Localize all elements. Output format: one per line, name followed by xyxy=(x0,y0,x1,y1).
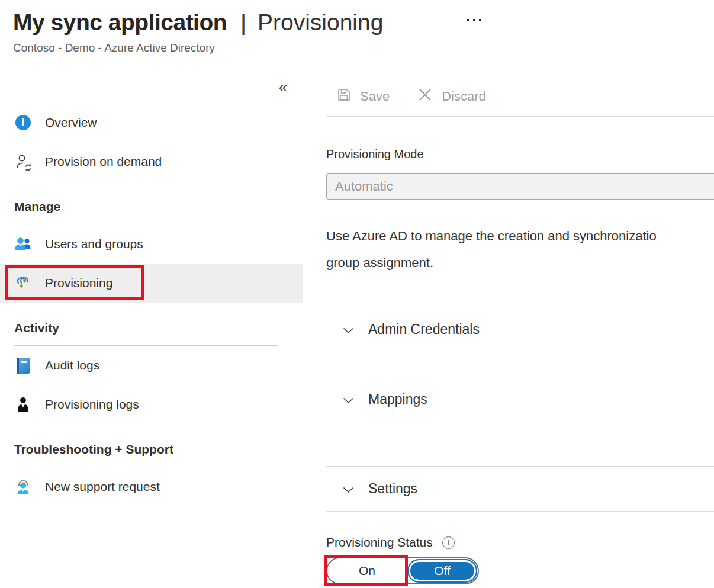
toggle-on-button[interactable]: On xyxy=(327,558,407,583)
app-name: My sync application xyxy=(13,9,227,35)
audit-book-icon xyxy=(14,356,32,374)
collapse-sidebar-icon[interactable]: « xyxy=(279,79,287,95)
sidebar-item-provisioning-logs[interactable]: Provisioning logs xyxy=(0,385,303,424)
sidebar-item-label: Audit logs xyxy=(45,358,99,372)
provisioning-sync-icon xyxy=(14,274,32,292)
sidebar-item-audit-logs[interactable]: Audit logs xyxy=(0,346,303,385)
chevron-down-icon xyxy=(343,391,354,407)
chevron-down-icon xyxy=(343,322,354,338)
sidebar-item-label: Users and groups xyxy=(45,237,143,251)
provisioning-description: Use Azure AD to manage the creation and … xyxy=(326,223,714,276)
sidebar-item-provision-on-demand[interactable]: Provision on demand xyxy=(0,142,303,181)
sidebar-item-label: Overview xyxy=(45,115,97,130)
command-bar: Save Discard xyxy=(326,77,714,117)
sidebar-item-overview[interactable]: i Overview xyxy=(0,103,303,142)
sidebar: « i Overview Provision on demand Manage xyxy=(0,77,303,506)
support-person-icon xyxy=(14,478,32,496)
section-settings[interactable]: Settings xyxy=(326,466,714,512)
blade-name: Provisioning xyxy=(258,9,383,35)
info-icon[interactable]: i xyxy=(442,536,455,549)
provisioning-mode-input[interactable] xyxy=(326,173,714,200)
provisioning-mode-label: Provisioning Mode xyxy=(326,147,714,161)
toggle-off-button[interactable]: Off xyxy=(407,559,477,583)
sidebar-item-label: New support request xyxy=(45,480,160,494)
page-title: My sync application | Provisioning xyxy=(13,8,700,37)
people-icon xyxy=(14,235,32,253)
sidebar-item-label: Provisioning xyxy=(45,276,112,290)
chevron-down-icon xyxy=(343,481,354,497)
section-admin-credentials[interactable]: Admin Credentials xyxy=(326,307,714,352)
save-icon xyxy=(336,87,352,106)
sidebar-item-label: Provisioning logs xyxy=(45,397,139,412)
provisioning-status-toggle: On Off xyxy=(326,557,479,584)
close-icon xyxy=(417,86,433,107)
sidebar-item-provisioning[interactable]: Provisioning xyxy=(0,264,303,303)
sidebar-item-users-and-groups[interactable]: Users and groups xyxy=(0,224,303,264)
page-header: My sync application | Provisioning Conto… xyxy=(13,8,700,54)
sidebar-section-activity: Activity xyxy=(0,303,303,345)
main-panel: Save Discard Provisioning Mode Use Azure… xyxy=(326,77,714,584)
sidebar-item-label: Provision on demand xyxy=(45,155,162,169)
person-sync-icon xyxy=(14,153,32,171)
sidebar-section-troubleshooting: Troubleshooting + Support xyxy=(0,424,303,467)
section-mappings[interactable]: Mappings xyxy=(326,377,714,422)
save-button[interactable]: Save xyxy=(336,87,390,106)
more-options-icon[interactable] xyxy=(464,15,485,25)
provisioning-status-label: Provisioning Status xyxy=(326,535,433,550)
sidebar-item-new-support-request[interactable]: New support request xyxy=(0,467,303,506)
sidebar-section-manage: Manage xyxy=(0,181,303,224)
person-logs-icon xyxy=(14,396,32,413)
breadcrumb-subtitle: Contoso - Demo - Azure Active Directory xyxy=(13,41,700,54)
info-circle-icon: i xyxy=(14,114,32,131)
title-separator: | xyxy=(240,9,246,35)
discard-button[interactable]: Discard xyxy=(417,86,486,107)
